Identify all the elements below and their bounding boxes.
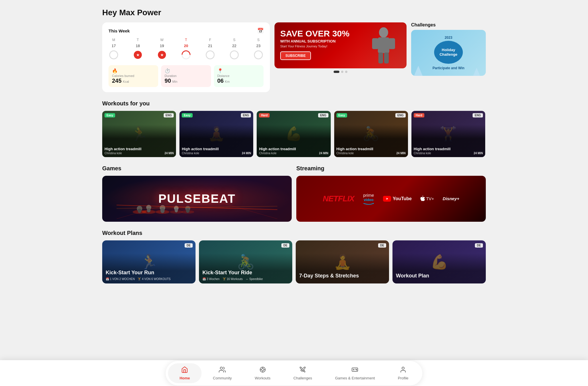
nav-home-label: Home [179,376,190,380]
nav-games-label: Games & Entertainment [335,376,375,380]
plan-title-3: 7-Day Steps & Stretches [299,273,386,279]
challenges-panel: Challenges 2023 HolidayChallenge Partici… [411,22,486,92]
workouts-icon [259,366,266,375]
this-week-card: This Week 📅 M 17 T 18 [102,22,270,92]
workout-title-2: High action treadmill [182,147,251,151]
nav-profile-label: Profile [398,376,409,380]
lang-badge-1: ENG [164,113,174,117]
games-streaming-row: Games [102,165,486,222]
workout-duration-3: 24 MIN [319,152,328,155]
svg-point-8 [230,51,238,59]
day-ring-sun [253,50,264,60]
svg-point-54 [402,367,404,369]
workout-card-2[interactable]: 🧘 Easy ENG High action treadmill Christi… [179,111,253,157]
plan-card-3[interactable]: 🧘 DE 7-Day Steps & Stretches [296,240,389,283]
holiday-title: HolidayChallenge [440,48,457,57]
plan-meta-2c: ↔ Speedbike [245,277,263,281]
svg-point-10 [379,27,388,38]
prime-logo: prime video [363,193,374,205]
nav-workouts-label: Workouts [255,376,270,380]
plan-title-4: Workout Plan [396,273,482,279]
challenges-title: Challenges [411,22,486,28]
stat-distance: 📍 Distance 06 Km [214,65,264,87]
svg-text:★: ★ [136,53,140,57]
nav-challenges-label: Challenges [293,376,312,380]
holiday-year: 2023 [445,36,452,40]
nav-home[interactable]: Home [168,363,201,383]
difficulty-badge-3: Hard [259,113,270,117]
plans-title: Workout Plans [102,230,486,236]
workout-duration-4: 24 MIN [396,152,406,155]
day-col-thu: T 20 [181,38,191,60]
workout-card-3[interactable]: 💪 Hard ENG High action treadmill Christi… [257,111,330,157]
dot-3[interactable] [345,71,347,73]
plan-title-2: Kick-Start Your Ride [202,270,289,276]
home-icon [181,366,188,375]
svg-point-30 [186,208,190,213]
svg-point-53 [356,370,357,370]
workout-title-1: High action treadmill [105,147,174,151]
day-ring-tue: ★ [133,50,143,60]
subscribe-button[interactable]: SUBSCRIBE [280,51,311,60]
workout-title-4: High action treadmill [336,147,406,151]
streaming-title: Streaming [296,165,486,172]
svg-text:★: ★ [160,53,164,57]
difficulty-badge-2: Easy [182,113,192,117]
plan-card-1[interactable]: 🏃 DE Kick-Start Your Run 📅 1 VON 2 WOCHE… [102,240,196,283]
stat-duration: ⏱️ Duration 90 Min [161,65,211,87]
calendar-icon[interactable]: 📅 [257,28,264,34]
workout-card-4[interactable]: 🚴 Easy ENG High action treadmill Christi… [334,111,408,157]
workout-instructor-3: Christina kole [259,152,276,155]
nav-workouts[interactable]: Workouts [243,363,282,383]
streaming-section: Streaming NETFLIX prime video [296,165,486,222]
workouts-section-title: Workouts for you [102,100,486,107]
svg-rect-15 [384,53,389,63]
workout-card-5[interactable]: 🏋️ Hard ENG High action treadmill Christ… [411,111,485,157]
nav-community[interactable]: Community [202,363,243,383]
workout-instructor-2: Christina kole [182,152,199,155]
plan-card-4[interactable]: 💪 DE Workout Plan [392,240,486,283]
lang-badge-2: ENG [241,113,251,117]
games-section: Games [102,165,292,222]
plans-row: 🏃 DE Kick-Start Your Run 📅 1 VON 2 WOCHE… [102,240,486,283]
day-col-sat: S 22 [229,38,239,60]
page-greeting: Hey Max Power [102,8,486,17]
workout-title-3: High action treadmill [259,147,328,151]
svg-rect-11 [378,37,389,53]
svg-point-38 [262,368,264,371]
day-ring-fri [205,50,215,60]
day-col-tue: T 18 ★ [133,38,143,60]
nav-profile[interactable]: Profile [386,363,420,383]
holiday-challenge-card[interactable]: 2023 HolidayChallenge Participate and Wi… [411,30,486,76]
svg-point-9 [254,51,262,59]
youtube-logo: YouTube [383,196,412,202]
workout-title-5: High action treadmill [414,147,483,151]
duration-icon: ⏱️ [165,68,207,74]
holiday-circle: HolidayChallenge [434,41,463,64]
stat-calories: 🔥 Calories burned 245 Kcal [109,65,158,87]
plan-card-2[interactable]: 🚴 DE Kick-Start Your Ride 📅 3 Wochen 🏋️ … [199,240,292,283]
svg-rect-12 [372,38,378,49]
dot-2[interactable] [341,71,343,73]
disney-logo: Disney+ [443,196,459,201]
svg-point-0 [110,51,118,59]
games-banner[interactable]: PULSEBEAT [102,176,292,222]
appletv-logo: TV+ [420,196,434,202]
day-col-wed: W 19 ★ [157,38,167,60]
plan-title-1: Kick-Start Your Run [106,270,192,276]
nav-challenges[interactable]: Challenges [282,363,324,383]
difficulty-badge-5: Hard [414,113,424,117]
plan-meta-1b: 🏋️ 4 VON 6 WORKOUTS [138,277,171,281]
day-col-mon: M 17 [109,38,119,60]
workout-duration-1: 24 MIN [165,152,174,155]
pulsebeat-logo: PULSEBEAT [158,192,235,206]
workout-card-1[interactable]: 🏃 Easy ENG High action treadmill Christi… [102,111,176,157]
dot-1[interactable] [334,71,339,73]
games-title: Games [102,165,292,172]
workout-duration-5: 24 MIN [474,152,483,155]
streaming-banner[interactable]: NETFLIX prime video [296,176,486,222]
nav-games[interactable]: Games & Entertainment [324,363,386,383]
difficulty-badge-1: Easy [105,113,115,117]
svg-rect-13 [389,38,395,49]
workouts-section: Workouts for you 🏃 Easy ENG High action … [102,100,486,157]
